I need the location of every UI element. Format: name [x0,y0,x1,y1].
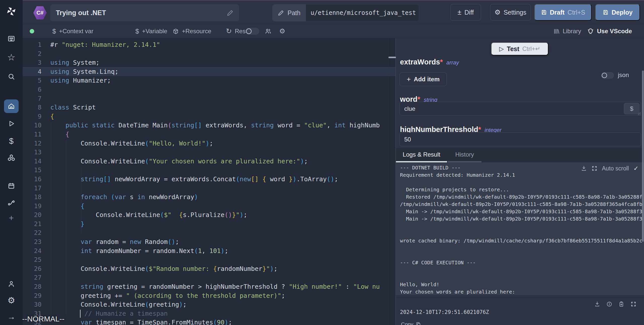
copy-icon [416,322,421,325]
search-icon[interactable] [8,73,15,80]
settings-gear-icon[interactable]: ⚙ [8,296,15,305]
log-line: Restored /tmp/windmill/wk-default-89p2b-… [400,193,644,201]
code-line[interactable]: 21 } [23,220,395,229]
result-value[interactable]: 2024-12-10T17:29:51.6021076Z [400,309,489,315]
code-line[interactable]: 25 [23,255,395,264]
add-context-var-button[interactable]: $ +Context var [52,24,93,38]
code-line[interactable]: 24 int randomNumber = random.Next(1, 101… [23,246,395,256]
download-result-icon[interactable] [594,301,600,307]
flows-icon[interactable] [7,199,15,207]
json-toggle[interactable] [601,72,614,79]
panel-resize-handle[interactable] [388,57,396,58]
field-label-extrawords: extraWords* array [400,58,459,66]
code-line[interactable]: 13 [23,148,395,157]
code-line[interactable]: 12 Console.WriteLine("Hello, World!"); [23,139,395,148]
code-line[interactable]: 11 { [23,130,395,139]
test-shortcut: Ctrl+↵ [522,45,540,52]
use-vscode-button[interactable]: Use VScode [587,24,632,38]
settings-button[interactable]: ⚙ Settings [490,4,531,21]
download-logs-icon[interactable] [581,165,587,171]
code-line[interactable]: 4using System.Linq; [23,67,395,76]
word-input[interactable] [399,102,641,116]
code-line[interactable]: 6 [23,85,395,94]
schedules-calendar-icon[interactable] [8,182,15,190]
code-line[interactable]: 29 greeting += " (according to the thres… [23,291,395,300]
code-line[interactable]: 10 public static DateTime Main(string[] … [23,121,395,130]
test-button[interactable]: ▷ Test Ctrl+↵ [491,42,548,55]
path-field[interactable]: Path u/etienne/microsoft_java_test [272,4,419,21]
collapse-arrow-icon[interactable]: → [7,313,15,321]
code-line[interactable]: 19 { [23,202,395,211]
collaborators-icon[interactable] [265,24,272,38]
edit-pencil-icon[interactable] [227,10,233,16]
toggle-knob [602,73,607,78]
code-line[interactable]: 17 [23,184,395,193]
log-output[interactable]: --- DOTNET BUILD ---Requirement detected… [396,162,644,295]
expand-result-icon[interactable] [630,301,636,307]
log-line: wrote cached binary: /tmp/windmill/cache… [400,237,644,244]
gear-icon: ⚙ [495,9,501,16]
code-line[interactable]: 8class Script [23,103,395,112]
code-line[interactable]: 15 [23,166,395,175]
code-line[interactable]: 2 [23,49,395,58]
word-variable-picker[interactable]: $ [624,103,639,114]
log-line: Determining projects to restore... [400,186,644,193]
info-icon[interactable] [606,301,612,307]
code-line[interactable]: 20 Console.WriteLine($" {s.Pluralize()}"… [23,210,395,220]
log-line [400,223,644,230]
code-line[interactable]: 31 // Humanize a timespan [23,309,395,318]
code-line[interactable]: 23 var random = new Random(); [23,237,395,246]
tab-history[interactable]: History [448,148,481,161]
input-resize-grip[interactable] [638,113,641,116]
add-variable-button[interactable]: $ +Variable [135,24,167,38]
assistant-toggle[interactable] [245,28,259,35]
script-title: Trying out .NET [56,9,227,17]
code-line[interactable]: 27 [23,273,395,282]
expand-logs-icon[interactable] [591,165,597,171]
add-resource-button[interactable]: +Resource [173,24,211,38]
threshold-input[interactable] [399,132,641,146]
favorites-star-icon[interactable]: ☆ [7,53,15,62]
workspace-icon[interactable] [8,35,15,42]
log-line [400,179,644,186]
code-line[interactable]: 18 foreach (var s in newWordArray) [23,193,395,202]
code-line[interactable]: 14 Console.WriteLine("Your chosen words … [23,157,395,166]
code-line[interactable]: 28 string greeting = randomNumber > high… [23,282,395,291]
code-line[interactable]: 16 string[] newWordArray = extraWords.Co… [23,175,395,184]
add-item-button[interactable]: + Add item [399,73,447,86]
draft-button[interactable]: Draft Ctrl+S [534,4,592,21]
refresh-icon: ↻ [226,28,232,35]
sidebar-item-home[interactable] [4,99,19,113]
editor-ruler [389,38,389,325]
code-line[interactable]: 32 var timespan = TimeSpan.FromMinutes(9… [23,318,395,325]
log-line: /tmp/windmill/wk-default-89p2b-I0Y5P/019… [400,201,644,208]
deploy-button[interactable]: Deploy [595,4,640,21]
library-button[interactable]: Library [553,24,581,38]
diff-button[interactable]: ± Diff [450,4,481,21]
tab-logs-result[interactable]: Logs & Result [396,148,447,161]
code-line[interactable]: 9{ [23,112,395,121]
account-person-icon[interactable] [8,280,15,288]
diff-icon: ± [458,9,461,16]
copy-clipboard-icon[interactable] [618,301,624,307]
runs-play-icon[interactable] [8,120,15,127]
panel-vertical-scrollbar[interactable] [642,70,644,242]
csharp-language-badge: C# [33,6,47,20]
code-line[interactable]: 3using System; [23,58,395,67]
code-editor[interactable]: 1#r "nuget: Humanizer, 2.14.1"23using Sy… [23,38,395,325]
copy-result-button[interactable]: Copy [401,321,421,325]
script-title-input[interactable]: Trying out .NET [50,4,239,21]
code-line[interactable]: 5using Humanizer; [23,76,395,85]
code-line[interactable]: 22 [23,228,395,237]
add-plus-icon[interactable]: + [9,213,14,222]
code-line[interactable]: 1#r "nuget: Humanizer, 2.14.1" [23,40,395,49]
code-line[interactable]: 7 [23,94,395,103]
log-controls: Auto scroll ✓ [579,165,638,172]
windmill-logo[interactable] [6,6,17,17]
code-line[interactable]: 30 Console.WriteLine(greeting); [23,300,395,309]
code-line[interactable]: 26 Console.WriteLine($"Random number: {r… [23,264,395,273]
editor-settings-gear-icon[interactable]: ⚙ [279,24,285,38]
auto-scroll-checkbox[interactable]: ✓ [633,165,638,172]
variables-dollar-icon[interactable]: $ [9,137,14,145]
resources-cubes-icon[interactable] [7,154,15,162]
